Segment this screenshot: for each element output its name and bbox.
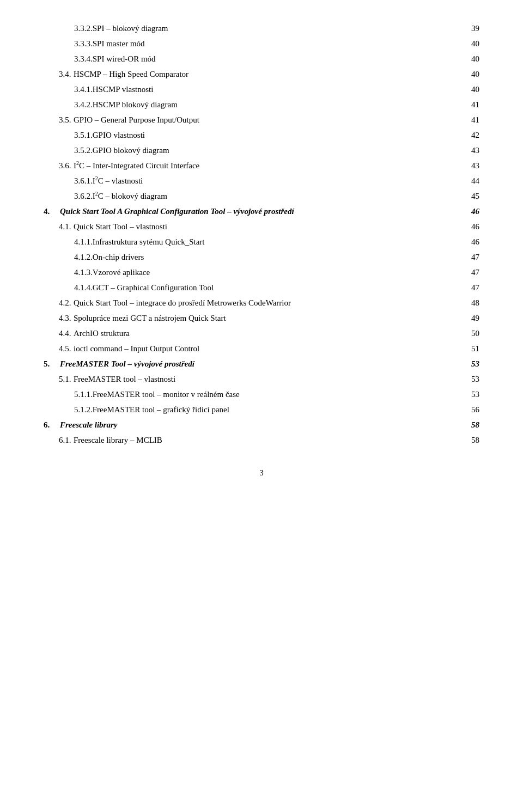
- toc-title: Infrastruktura sytému Quick_Start46: [93, 235, 479, 248]
- toc-number: 3.5.: [44, 113, 74, 126]
- toc-entry: 5.1.1.FreeMASTER tool – monitor v reálné…: [44, 388, 479, 401]
- toc-title-text: Infrastruktura sytému Quick_Start: [93, 235, 205, 248]
- toc-title: Quick Start Tool – integrace do prosředí…: [74, 296, 479, 309]
- toc-page: 44: [463, 174, 479, 187]
- toc-title: HSCMP vlastnosti40: [93, 83, 479, 96]
- toc-title: SPI master mód40: [93, 37, 479, 50]
- toc-dots: [132, 335, 461, 336]
- toc-title-text: FreeMASTER tool – monitor v reálném čase: [93, 388, 240, 401]
- toc-number: 6.1.: [44, 434, 74, 447]
- toc-number: 3.4.: [44, 68, 74, 81]
- toc-dots: [207, 244, 461, 245]
- toc-title-text: Freescale library: [60, 418, 117, 431]
- toc-entry: 3.4.1.HSCMP vlastnosti40: [44, 83, 479, 96]
- toc-title-text: Spolupráce mezi GCT a nástrojem Quick St…: [74, 312, 226, 325]
- toc-number: 3.4.2.: [44, 98, 93, 111]
- toc-title-text: On-chip drivers: [93, 251, 144, 264]
- toc-page: 43: [463, 144, 479, 157]
- toc-entry: 4.1.1.Infrastruktura sytému Quick_Start4…: [44, 235, 479, 248]
- toc-dots: [296, 213, 461, 214]
- toc-title-text: I2C – vlastnosti: [93, 174, 143, 187]
- toc-title-text: Freescale library – MCLIB: [74, 434, 162, 447]
- toc-dots: [158, 61, 461, 62]
- toc-number: 5.1.2.: [44, 403, 93, 416]
- toc-entry: 4.3.Spolupráce mezi GCT a nástrojem Quic…: [44, 312, 479, 325]
- toc-page: 40: [463, 52, 479, 65]
- toc-title: SPI – blokový diagram39: [93, 22, 479, 35]
- toc-page: 41: [463, 98, 479, 111]
- toc-number: 4.1.4.: [44, 281, 93, 294]
- toc-title-text: HSCMP blokový diagram: [93, 98, 178, 111]
- toc-page: 47: [463, 251, 479, 264]
- toc-page: 49: [463, 312, 479, 325]
- toc-number: 4.: [44, 205, 60, 218]
- table-of-contents: 3.3.2.SPI – blokový diagram393.3.3.SPI m…: [44, 22, 479, 447]
- toc-page: 40: [463, 37, 479, 50]
- toc-dots: [232, 412, 461, 412]
- toc-dots: [293, 305, 461, 306]
- toc-title-text: FreeMASTER Tool – vývojové prostředí: [60, 357, 194, 370]
- toc-dots: [178, 381, 461, 382]
- toc-entry: 4.2.Quick Start Tool – integrace do pros…: [44, 296, 479, 309]
- toc-entry: 3.5.GPIO – General Purpose Input/Output4…: [44, 113, 479, 126]
- toc-entry: 5.1.FreeMASTER tool – vlastnosti53: [44, 373, 479, 386]
- toc-entry: 4.Quick Start Tool A Graphical Configura…: [44, 205, 479, 218]
- toc-title-text: Quick Start Tool A Graphical Configurati…: [60, 205, 294, 218]
- toc-entry: 4.5.ioctl command – Input Output Control…: [44, 342, 479, 355]
- toc-dots: [242, 396, 461, 397]
- toc-page: 40: [463, 68, 479, 81]
- toc-title: Freescale library – MCLIB58: [74, 434, 479, 447]
- toc-dots: [197, 366, 461, 367]
- toc-number: 4.2.: [44, 296, 74, 309]
- toc-number: 4.1.1.: [44, 235, 93, 248]
- toc-entry: 3.5.1.GPIO vlastnosti42: [44, 129, 479, 142]
- toc-page: 42: [463, 129, 479, 142]
- toc-entry: 6.1.Freescale library – MCLIB58: [44, 434, 479, 447]
- toc-entry: 6.Freescale library58: [44, 418, 479, 431]
- toc-page: 48: [463, 296, 479, 309]
- toc-page: 47: [463, 281, 479, 294]
- toc-title: SPI wired-OR mód40: [93, 52, 479, 65]
- toc-entry: 3.3.3.SPI master mód40: [44, 37, 479, 50]
- page-number: 3: [259, 468, 264, 477]
- toc-number: 3.4.1.: [44, 83, 93, 96]
- toc-page: 41: [463, 113, 479, 126]
- toc-number: 4.4.: [44, 327, 74, 340]
- toc-dots: [119, 427, 461, 428]
- toc-page: 45: [463, 190, 479, 203]
- toc-title-text: Vzorové aplikace: [93, 266, 150, 279]
- toc-dots: [147, 46, 461, 46]
- toc-number: 3.5.2.: [44, 144, 93, 157]
- toc-dots: [165, 442, 461, 443]
- toc-entry: 4.1.2.On-chip drivers47: [44, 251, 479, 264]
- toc-title: Vzorové aplikace47: [93, 266, 479, 279]
- toc-page: 58: [463, 418, 479, 431]
- toc-page: 47: [463, 266, 479, 279]
- toc-page: 50: [463, 327, 479, 340]
- toc-title-text: SPI – blokový diagram: [93, 22, 168, 35]
- toc-title: FreeMASTER tool – monitor v reálném čase…: [93, 388, 479, 401]
- toc-title: GCT – Graphical Configuration Tool47: [93, 281, 479, 294]
- toc-dots: [202, 351, 461, 351]
- toc-dots: [146, 259, 461, 260]
- toc-title-text: SPI wired-OR mód: [93, 52, 156, 65]
- toc-title-text: I2C – Inter-Integrated Circuit Interface: [74, 159, 199, 172]
- toc-entry: 4.1.4.GCT – Graphical Configuration Tool…: [44, 281, 479, 294]
- toc-dots: [228, 320, 461, 321]
- toc-title-text: GPIO blokový diagram: [93, 144, 169, 157]
- toc-title-text: SPI master mód: [93, 37, 145, 50]
- toc-entry: 3.3.4.SPI wired-OR mód40: [44, 52, 479, 65]
- toc-page: 51: [463, 342, 479, 355]
- toc-number: 3.6.2.: [44, 190, 93, 203]
- toc-entry: 3.4.2.HSCMP blokový diagram41: [44, 98, 479, 111]
- toc-dots: [171, 30, 461, 31]
- toc-number: 3.3.2.: [44, 22, 93, 35]
- toc-dots: [172, 152, 461, 153]
- toc-title: I2C – blokový diagram45: [93, 190, 479, 203]
- toc-title: ioctl command – Input Output Control51: [74, 342, 479, 355]
- toc-entry: 3.5.2.GPIO blokový diagram43: [44, 144, 479, 157]
- toc-dots: [145, 183, 461, 184]
- toc-number: 6.: [44, 418, 60, 431]
- toc-dots: [180, 107, 461, 107]
- toc-entry: 4.1.3.Vzorové aplikace47: [44, 266, 479, 279]
